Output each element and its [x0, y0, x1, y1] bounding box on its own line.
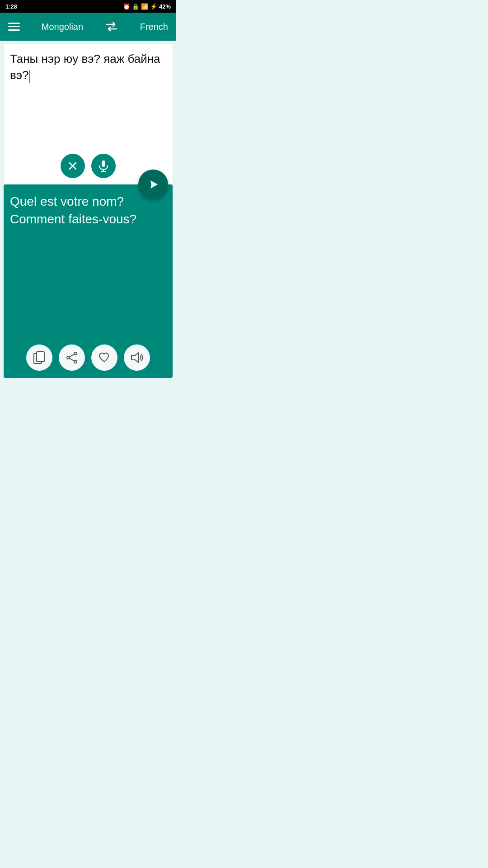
alarm-icon: ⏰ — [123, 3, 130, 10]
svg-marker-13 — [131, 353, 139, 363]
menu-line-2 — [8, 26, 20, 28]
output-area: Quel est votre nom? Comment faites-vous? — [4, 184, 173, 378]
input-action-bar — [61, 154, 116, 178]
svg-rect-2 — [102, 160, 105, 167]
sim-icon: 🔒 — [132, 3, 139, 10]
copy-button[interactable] — [26, 344, 52, 371]
signal-icon: 📶 — [141, 3, 148, 10]
text-cursor — [29, 70, 30, 83]
swap-languages-button[interactable] — [105, 21, 118, 32]
status-icons: ⏰ 🔒 📶 ⚡ 42% — [123, 3, 171, 10]
output-action-bar — [26, 344, 150, 371]
speak-button[interactable] — [124, 344, 150, 371]
svg-line-12 — [70, 359, 74, 361]
clear-button[interactable] — [61, 154, 85, 178]
menu-line-1 — [8, 23, 20, 24]
svg-point-9 — [74, 360, 77, 363]
favorite-button[interactable] — [91, 344, 117, 371]
svg-marker-5 — [150, 180, 158, 189]
source-language[interactable]: Mongolian — [42, 22, 83, 32]
time-display: 1:28 — [5, 3, 17, 10]
main-content: Таны нэр юу вэ? яаж байна вэ? — [0, 41, 176, 382]
toolbar: Mongolian French — [0, 13, 176, 41]
input-text: Таны нэр юу вэ? яаж байна вэ? — [10, 51, 166, 84]
output-text: Quel est votre nom? Comment faites-vous? — [10, 193, 166, 228]
share-button[interactable] — [59, 344, 85, 371]
menu-line-3 — [8, 29, 20, 31]
input-area[interactable]: Таны нэр юу вэ? яаж байна вэ? — [4, 44, 173, 184]
svg-rect-7 — [37, 352, 44, 362]
charging-icon: ⚡ — [150, 3, 157, 10]
svg-point-8 — [74, 352, 77, 355]
target-language[interactable]: French — [140, 22, 168, 32]
menu-button[interactable] — [8, 23, 20, 31]
mic-button[interactable] — [91, 154, 116, 178]
battery-display: 42% — [159, 3, 171, 10]
status-time: 1:28 — [5, 3, 17, 10]
svg-point-10 — [67, 356, 70, 359]
input-text-value: Таны нэр юу вэ? яаж байна вэ? — [10, 52, 160, 82]
status-bar: 1:28 ⏰ 🔒 📶 ⚡ 42% — [0, 0, 176, 13]
translate-button[interactable] — [138, 170, 168, 199]
svg-line-11 — [70, 354, 74, 357]
